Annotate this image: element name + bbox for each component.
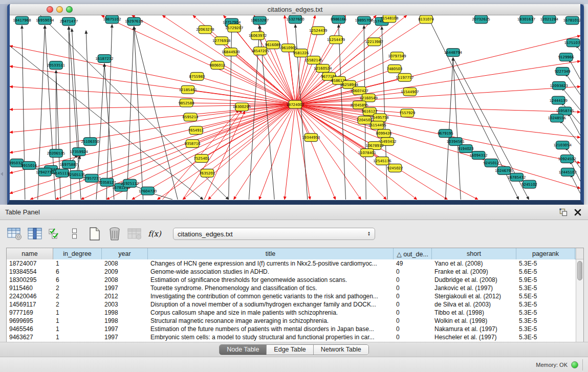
yellow-node[interactable]: 18300295 bbox=[233, 103, 251, 111]
yellow-node[interactable]: 8595214 bbox=[183, 113, 199, 121]
teal-node[interactable]: 9227349 bbox=[555, 67, 571, 75]
teal-node[interactable]: 9194023 bbox=[458, 145, 474, 153]
red-citation-edge[interactable] bbox=[56, 104, 295, 200]
cell-out_degree[interactable]: 49 bbox=[394, 259, 432, 268]
teal-node[interactable]: 19895708 bbox=[355, 16, 373, 25]
yellow-node[interactable]: 7525401 bbox=[193, 154, 209, 162]
cell-year[interactable]: 2012 bbox=[102, 292, 148, 300]
cell-out_degree[interactable]: 0 bbox=[394, 309, 432, 317]
cell-pagerank[interactable]: 5.5E-5 bbox=[516, 292, 575, 300]
cell-year[interactable]: 1998 bbox=[102, 309, 148, 317]
teal-node[interactable]: 12103054 bbox=[553, 141, 572, 149]
cell-in_degree[interactable]: 1 bbox=[53, 333, 102, 341]
teal-node[interactable]: 12444139 bbox=[550, 96, 568, 104]
cell-out_degree[interactable]: 0 bbox=[394, 325, 432, 333]
yellow-node[interactable]: 15729207 bbox=[225, 24, 243, 32]
teal-node[interactable]: 20533511 bbox=[47, 61, 65, 70]
tab-edge-table[interactable]: Edge Table bbox=[267, 345, 313, 355]
cell-year[interactable]: 1997 bbox=[102, 325, 148, 333]
cell-name[interactable]: 9699695 bbox=[7, 317, 53, 325]
cell-pagerank[interactable]: 5.3E-5 bbox=[516, 333, 575, 341]
column-header-title[interactable]: title bbox=[148, 248, 394, 259]
cell-name[interactable]: 9115460 bbox=[7, 284, 53, 292]
teal-node[interactable]: 17604720 bbox=[139, 187, 157, 195]
citation-network-graph[interactable]: 1841796816959034204714771987510219297618… bbox=[10, 15, 580, 200]
teal-node[interactable]: 12021284 bbox=[540, 15, 559, 24]
teal-node[interactable]: 18301637 bbox=[517, 15, 535, 24]
column-header-year[interactable]: year bbox=[102, 248, 148, 259]
teal-node[interactable]: 16094312 bbox=[469, 151, 487, 160]
teal-node[interactable]: 20206535 bbox=[47, 149, 65, 158]
table-scrollbar[interactable] bbox=[576, 248, 583, 342]
cell-title[interactable]: Embryonic stem cells: a model to study s… bbox=[148, 333, 394, 341]
yellow-node[interactable]: 12776918 bbox=[212, 37, 230, 45]
cell-in_degree[interactable]: 1 bbox=[53, 317, 102, 325]
cell-year[interactable]: 2003 bbox=[102, 300, 148, 309]
red-citation-edge[interactable] bbox=[295, 104, 310, 200]
red-citation-edge[interactable] bbox=[295, 104, 336, 200]
yellow-node[interactable]: 9581226 bbox=[293, 49, 309, 57]
cell-pagerank[interactable]: 5.6E-5 bbox=[516, 268, 575, 276]
cell-name[interactable]: 18724007 bbox=[7, 259, 53, 268]
yellow-node[interactable]: 12524439 bbox=[309, 27, 327, 35]
close-icon[interactable] bbox=[573, 207, 583, 217]
teal-node[interactable]: 16959034 bbox=[36, 16, 54, 25]
yellow-node[interactable]: 7635201 bbox=[199, 169, 215, 177]
function-builder-icon[interactable]: f(x) bbox=[146, 226, 163, 242]
yellow-node[interactable]: 8131074 bbox=[418, 15, 434, 24]
cell-title[interactable]: Disruption of a novel member of a sodium… bbox=[148, 300, 394, 309]
show-columns-icon[interactable] bbox=[26, 226, 43, 242]
teal-node[interactable]: 12445102 bbox=[558, 168, 576, 176]
cell-in_degree[interactable]: 1 bbox=[53, 309, 102, 317]
table-mode-icon[interactable] bbox=[6, 226, 24, 242]
teal-node[interactable]: 9245012 bbox=[483, 159, 499, 167]
teal-node[interactable]: 10246795 bbox=[495, 166, 513, 174]
cell-short[interactable]: Stergiakouli et al. (2012) bbox=[432, 292, 516, 300]
black-citation-edge[interactable] bbox=[445, 58, 453, 200]
table-row[interactable]: 946362711997Embryonic stem cells: a mode… bbox=[7, 333, 576, 341]
cell-short[interactable]: Yano et al. (2008) bbox=[432, 259, 516, 268]
red-citation-edge[interactable] bbox=[254, 15, 295, 104]
yellow-node[interactable]: 7204501 bbox=[357, 116, 373, 124]
table-row[interactable]: 911546021997Tourette syndrome. Phenomeno… bbox=[7, 284, 576, 292]
cell-in_degree[interactable]: 6 bbox=[53, 268, 102, 276]
teal-node[interactable]: 9915014 bbox=[21, 161, 37, 169]
teal-node[interactable]: 16975887 bbox=[60, 160, 78, 168]
yellow-node[interactable]: 15495758 bbox=[371, 114, 388, 122]
yellow-node[interactable]: 12213987 bbox=[365, 38, 383, 46]
yellow-node[interactable]: 9358716 bbox=[185, 140, 201, 148]
cell-pagerank[interactable]: 5.9E-5 bbox=[516, 276, 575, 284]
column-header-out_degree[interactable]: △ out_de... bbox=[394, 248, 432, 259]
teal-node[interactable]: 18417968 bbox=[13, 16, 31, 25]
tab-network-table[interactable]: Network Table bbox=[314, 345, 368, 355]
import-table-icon[interactable] bbox=[126, 226, 143, 242]
panel-resize-handle[interactable] bbox=[1, 172, 3, 176]
yellow-node[interactable]: 9806012 bbox=[209, 61, 225, 70]
table-row[interactable]: 977716911998Corpus callosum shape and si… bbox=[7, 309, 576, 317]
yellow-node[interactable]: 7480503 bbox=[386, 64, 402, 73]
yellow-node[interactable]: 8099426 bbox=[376, 129, 392, 138]
yellow-node[interactable]: 11078401 bbox=[358, 149, 376, 157]
teal-node[interactable]: 20732625 bbox=[472, 15, 490, 24]
cell-short[interactable]: de Silva et al. (2003) bbox=[432, 300, 516, 309]
red-citation-edge[interactable] bbox=[204, 111, 245, 200]
black-citation-edge[interactable] bbox=[127, 27, 134, 200]
teal-node[interactable]: 16785432 bbox=[508, 173, 526, 181]
cell-out_degree[interactable]: 0 bbox=[394, 292, 432, 300]
teal-node[interactable]: 17359924 bbox=[70, 148, 89, 156]
black-citation-edge[interactable] bbox=[382, 27, 387, 200]
black-citation-edge[interactable] bbox=[134, 27, 143, 200]
cell-in_degree[interactable]: 1 bbox=[53, 259, 102, 268]
cell-title[interactable]: Estimation of significance thresholds fo… bbox=[148, 276, 394, 284]
cell-in_degree[interactable]: 6 bbox=[53, 276, 102, 284]
table-selector-dropdown[interactable]: citations_edges.txt ▲▼ bbox=[173, 228, 375, 240]
cell-title[interactable]: Estimation of the future numbers of pati… bbox=[148, 325, 394, 333]
table-row[interactable]: 1456911722003Disruption of a novel membe… bbox=[7, 300, 576, 309]
yellow-node[interactable]: 15582145 bbox=[304, 56, 322, 64]
teal-node[interactable]: 19297618 bbox=[125, 17, 143, 26]
table-row[interactable]: 1938455462009Genome-wide association stu… bbox=[7, 268, 576, 276]
teal-node[interactable]: 19875102 bbox=[103, 15, 121, 24]
select-all-icon[interactable] bbox=[46, 226, 63, 242]
cell-short[interactable]: Jankovic et al. (1997) bbox=[432, 284, 516, 292]
teal-node[interactable]: 15327600 bbox=[286, 15, 304, 24]
